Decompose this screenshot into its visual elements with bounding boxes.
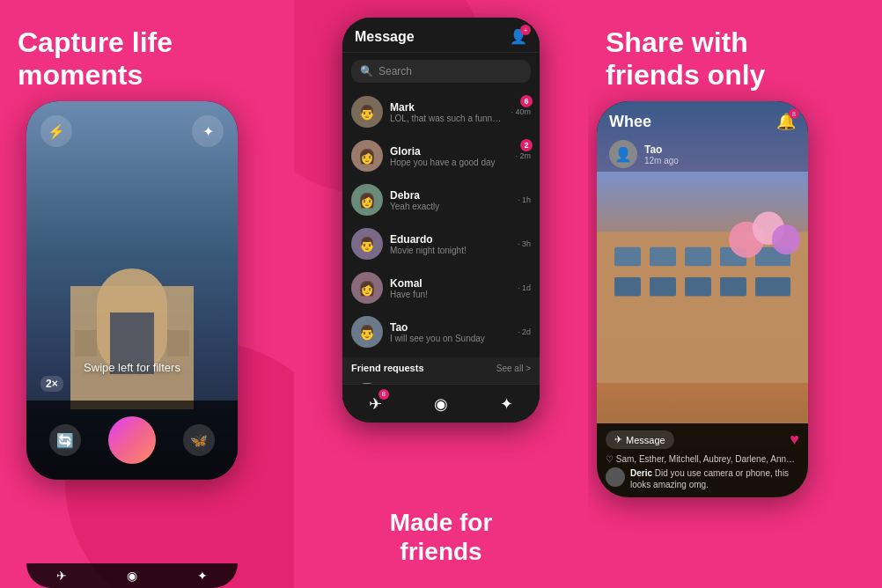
message-info: Mark LOL, that was such a funny v... [390, 101, 503, 123]
avatar: 👩 [351, 184, 383, 216]
message-time: · 1h [518, 195, 531, 204]
svg-rect-14 [685, 277, 711, 296]
user-chip-info: Tao 12m ago [644, 143, 679, 165]
like-heart-icon[interactable]: ♥ [790, 430, 799, 449]
avatar: 👩 [351, 272, 383, 304]
panel-right: Share with friends only Whee 🔔 8 👤 Tao 1… [588, 0, 882, 588]
svg-rect-8 [650, 247, 676, 266]
message-preview: Hope you have a good day [390, 158, 508, 167]
friend-requests-label: Friend requests [351, 363, 424, 373]
panel-left: Capture life moments ⚡ ✦ Swipe left for … [0, 0, 294, 588]
avatar: 👩 [351, 140, 383, 172]
capture-button[interactable] [108, 416, 156, 464]
contact-name: Eduardo [390, 233, 511, 246]
left-headline: Capture life moments [18, 26, 173, 92]
avatar: 👨 [351, 228, 383, 260]
svg-rect-3 [75, 330, 97, 356]
message-preview: LOL, that was such a funny v... [390, 114, 503, 123]
commenter-name: Deric [630, 468, 652, 478]
message-info: Tao I will see you on Sunday [390, 321, 511, 343]
flip-camera-icon[interactable]: 🔄 [49, 424, 81, 456]
sparkle-tab-icon[interactable]: ✦ [500, 394, 513, 414]
whee-header: Whee 🔔 8 [597, 101, 808, 142]
app-name: Whee [609, 113, 651, 131]
svg-rect-9 [685, 247, 711, 266]
svg-rect-13 [650, 277, 676, 296]
svg-rect-4 [167, 330, 189, 356]
svg-rect-16 [755, 277, 790, 296]
list-item[interactable]: 👩 Komal Have fun! · 1d [342, 266, 540, 310]
post-bottom-info: ✈ Message ♥ ♡ Sam, Esther, Mitchell, Aub… [597, 423, 808, 497]
friend-requests-header: Friend requests See all > [342, 357, 540, 379]
svg-rect-7 [614, 247, 641, 266]
message-pill-button[interactable]: ✈ Message [606, 430, 674, 449]
contact-name: Gloria [390, 145, 508, 158]
messages-tab-icon[interactable]: ✈ 8 [369, 394, 382, 414]
svg-point-19 [772, 224, 800, 254]
nav-sparkle-icon[interactable]: ✦ [197, 569, 208, 583]
zoom-badge: 2× [40, 376, 63, 392]
unread-badge: 2 [520, 139, 533, 151]
search-icon: 🔍 [360, 65, 373, 77]
photo-background: Whee 🔔 8 👤 Tao 12m ago [597, 101, 808, 497]
message-list: 👨 Mark LOL, that was such a funny v... ·… [342, 90, 540, 354]
user-name: Tao [644, 143, 679, 156]
add-person-icon[interactable]: 👤 + [510, 28, 527, 45]
gallery-icon[interactable]: 🦋 [183, 424, 215, 456]
message-time: · 2d [518, 327, 531, 336]
avatar: 👨 [351, 96, 383, 128]
message-time: · 2m [515, 151, 531, 160]
message-info: Eduardo Movie night tonight! [390, 233, 511, 255]
camera-bottom-bar: 🔄 🦋 [26, 401, 238, 480]
message-preview: I will see you on Sunday [390, 334, 511, 343]
tab-notification-badge: 8 [379, 389, 389, 400]
notification-count-badge: 8 [789, 108, 799, 119]
list-item[interactable]: 👩 Debra Yeah exactly · 1h [342, 178, 540, 222]
commenter-avatar [606, 467, 625, 487]
nav-camera-icon[interactable]: ◉ [127, 569, 137, 583]
camera-tab-icon[interactable]: ◉ [434, 394, 448, 414]
arch-illustration [62, 233, 202, 409]
contact-name: Komal [390, 277, 511, 290]
see-all-link[interactable]: See all > [496, 364, 531, 373]
message-preview: Movie night tonight! [390, 246, 511, 255]
building-illustration [597, 172, 808, 383]
action-row: ✈ Message ♥ [606, 430, 799, 449]
center-headline: Made for friends [294, 508, 588, 567]
message-info: Komal Have fun! [390, 277, 511, 299]
bottom-tab-bar: ✈ 8 ◉ ✦ [342, 384, 540, 423]
comment-row: Deric Did you use camera or phone, this … [606, 467, 799, 490]
message-preview: Yeah exactly [390, 202, 511, 211]
camera-top-icons: ⚡ ✦ [26, 115, 238, 147]
list-item[interactable]: 👩 Gloria Hope you have a good day · 2m 2 [342, 134, 540, 178]
right-headline: Share with friends only [606, 26, 765, 92]
nav-send-icon[interactable]: ✈ [56, 569, 67, 583]
avatar: 👨 [351, 316, 383, 348]
comment-body: Did you use camera or phone, this looks … [630, 468, 789, 489]
message-time: · 40m [511, 107, 531, 116]
list-item[interactable]: 👨 Mark LOL, that was such a funny v... ·… [342, 90, 540, 134]
list-item[interactable]: 👨 Eduardo Movie night tonight! · 3h [342, 222, 540, 266]
message-preview: Have fun! [390, 290, 511, 299]
swipe-hint: Swipe left for filters [84, 361, 180, 374]
phone-left: ⚡ ✦ Swipe left for filters 2× 🔄 🦋 [26, 101, 238, 480]
message-info: Debra Yeah exactly [390, 189, 511, 211]
phone-right: Whee 🔔 8 👤 Tao 12m ago [597, 101, 808, 497]
svg-rect-12 [614, 277, 641, 296]
message-pill-label: Message [626, 435, 665, 445]
post-time: 12m ago [644, 156, 679, 165]
user-chip: 👤 Tao 12m ago [609, 140, 679, 168]
panel-center: Message 👤 + 🔍 Search 👨 Mark LOL, that wa… [294, 0, 588, 588]
sparkle-icon[interactable]: ✦ [192, 115, 224, 147]
comment-text: Deric Did you use camera or phone, this … [630, 467, 799, 490]
flash-icon[interactable]: ⚡ [40, 115, 72, 147]
message-info: Gloria Hope you have a good day [390, 145, 508, 167]
message-header: Message 👤 + [342, 18, 540, 53]
search-bar[interactable]: 🔍 Search [351, 60, 531, 83]
camera-bg: ⚡ ✦ Swipe left for filters 2× 🔄 🦋 [26, 101, 238, 480]
list-item[interactable]: 👨 Tao I will see you on Sunday · 2d [342, 310, 540, 354]
contact-name: Tao [390, 321, 511, 334]
svg-rect-15 [720, 277, 746, 296]
phone-center: Message 👤 + 🔍 Search 👨 Mark LOL, that wa… [342, 18, 540, 423]
likes-text: ♡ Sam, Esther, Mitchell, Aubrey, Darlene… [606, 454, 799, 464]
